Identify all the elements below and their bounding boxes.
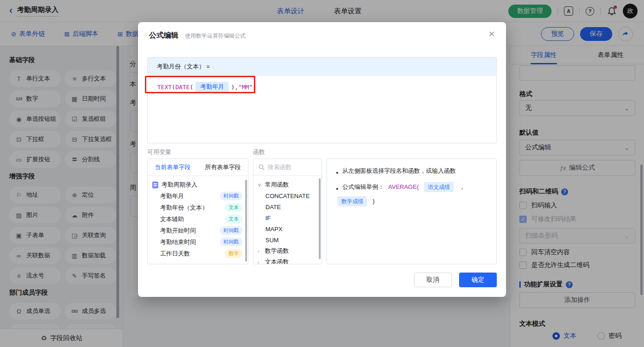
tab-all-form-fields[interactable]: 所有表单字段 bbox=[198, 159, 248, 176]
variable-list: 考勤周期录入 考勤年月时间戳考勤年份（文本）文本文本辅助文本考勤开始时间时间戳考… bbox=[148, 176, 248, 261]
formula-token: ) bbox=[231, 84, 235, 91]
variable-name: 考勤结束时间 bbox=[160, 238, 196, 246]
functions-panel: 搜索函数 ∨常用函数CONCATENATEDATEIFMAPXSUM›数学函数›… bbox=[253, 159, 322, 264]
variable-type-badge: 文本 bbox=[225, 215, 242, 223]
formula-editor-box[interactable]: 考勤月份（文本） = TEXT(DATE(考勤年月),"MM") bbox=[147, 57, 497, 143]
cancel-button[interactable]: 取消 bbox=[414, 273, 452, 287]
modal-title: 公式编辑 bbox=[149, 31, 178, 40]
help-text: 从左侧面板选择字段名和函数，或输入函数 bbox=[342, 166, 456, 176]
search-placeholder: 搜索函数 bbox=[268, 163, 292, 171]
variables-label: 可用变量 bbox=[147, 148, 171, 156]
function-item-MAPX[interactable]: MAPX bbox=[253, 223, 322, 234]
variable-name: 工作日天数 bbox=[160, 250, 190, 258]
help-separator: ， bbox=[459, 182, 465, 192]
variable-name: 文本辅助 bbox=[160, 215, 184, 223]
function-group-label: 常用函数 bbox=[265, 181, 289, 189]
formula-editor-modal: 公式编辑 使用数学运算符编辑公式 ✕ 考勤月份（文本） = TEXT(DATE(… bbox=[138, 22, 506, 297]
formula-token: ) bbox=[253, 84, 256, 91]
function-list: ∨常用函数CONCATENATEDATEIFMAPXSUM›数学函数›文本函数 bbox=[253, 176, 322, 264]
function-group-常用函数[interactable]: ∨常用函数 bbox=[253, 179, 322, 190]
functions-scrollbar[interactable] bbox=[319, 178, 321, 259]
function-group-文本函数[interactable]: ›文本函数 bbox=[253, 256, 322, 264]
formula-function-token: DATE bbox=[175, 84, 190, 91]
help-close-paren: ) bbox=[373, 197, 374, 206]
formula-help-panel: 从左侧面板选择字段名和函数，或输入函数 公式编辑举例： AVERAGE( 语文成… bbox=[327, 159, 497, 264]
help-example-chip: 语文成绩 bbox=[424, 182, 454, 192]
formula-token: ( bbox=[172, 84, 175, 91]
tab-current-form-fields[interactable]: 当前表单字段 bbox=[148, 159, 198, 176]
function-item-DATE[interactable]: DATE bbox=[253, 201, 322, 212]
variable-name: 考勤开始时间 bbox=[160, 227, 196, 235]
variables-scrollbar[interactable] bbox=[245, 180, 247, 262]
function-search-input[interactable]: 搜索函数 bbox=[253, 159, 322, 176]
chevron-collapsed-icon: › bbox=[258, 248, 262, 254]
function-item-SUM[interactable]: SUM bbox=[253, 234, 322, 245]
formula-function-token: TEXT bbox=[157, 84, 172, 91]
form-doc-icon bbox=[152, 182, 158, 188]
chevron-collapsed-icon: › bbox=[258, 259, 262, 264]
formula-token: , bbox=[235, 84, 238, 91]
confirm-button[interactable]: 确定 bbox=[459, 273, 497, 287]
variable-row[interactable]: 考勤开始时间时间戳 bbox=[148, 225, 248, 236]
formula-token: "MM" bbox=[238, 84, 253, 91]
bullet-icon bbox=[336, 172, 338, 174]
function-item-IF[interactable]: IF bbox=[253, 212, 322, 223]
variable-type-badge: 时间戳 bbox=[220, 226, 242, 235]
chevron-expanded-icon: ∨ bbox=[258, 182, 262, 188]
function-group-label: 数学函数 bbox=[265, 247, 289, 255]
close-icon[interactable]: ✕ bbox=[489, 29, 495, 39]
help-example-chip: 数学成绩 bbox=[338, 196, 367, 206]
variable-row[interactable]: 工作日天数数字 bbox=[148, 248, 248, 259]
formula-expression: TEXT(DATE(考勤年月),"MM") bbox=[157, 82, 256, 92]
variable-name: 考勤年月 bbox=[160, 192, 184, 200]
bullet-icon bbox=[336, 188, 338, 190]
variable-name: 考勤年份（文本） bbox=[160, 204, 208, 212]
formula-field-chip[interactable]: 考勤年月 bbox=[196, 82, 229, 92]
variable-row[interactable]: 文本辅助文本 bbox=[148, 213, 248, 225]
search-icon bbox=[259, 164, 264, 170]
variable-type-badge: 时间戳 bbox=[220, 238, 242, 246]
formula-token: ( bbox=[190, 84, 193, 91]
help-example-fn: AVERAGE( bbox=[388, 182, 419, 192]
variable-tree-root[interactable]: 考勤周期录入 bbox=[148, 179, 248, 190]
function-group-label: 文本函数 bbox=[265, 258, 289, 264]
variable-type-badge: 数字 bbox=[225, 249, 242, 258]
modal-subtitle: 使用数学运算符编辑公式 bbox=[185, 32, 246, 40]
variable-row[interactable]: 考勤年份（文本）文本 bbox=[148, 202, 248, 213]
formula-target: 考勤月份（文本） = bbox=[148, 57, 496, 76]
variable-row[interactable]: 考勤结束时间时间戳 bbox=[148, 236, 248, 248]
variable-type-badge: 时间戳 bbox=[220, 192, 242, 200]
variable-root-label: 考勤周期录入 bbox=[161, 181, 197, 189]
function-item-CONCATENATE[interactable]: CONCATENATE bbox=[253, 190, 322, 201]
functions-label: 函数 bbox=[253, 148, 265, 156]
variables-panel: 当前表单字段 所有表单字段 考勤周期录入 考勤年月时间戳考勤年份（文本）文本文本… bbox=[147, 159, 248, 264]
function-group-数学函数[interactable]: ›数学函数 bbox=[253, 245, 322, 256]
variable-type-badge: 文本 bbox=[225, 203, 242, 212]
help-text: 公式编辑举例： bbox=[342, 182, 384, 192]
variable-row[interactable]: 考勤年月时间戳 bbox=[148, 190, 248, 202]
